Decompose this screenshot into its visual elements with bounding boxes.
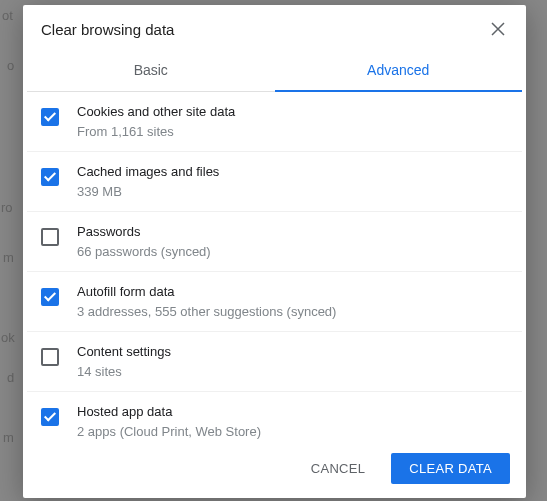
item-content: Autofill form data3 addresses, 555 other… <box>77 282 508 321</box>
item-subtitle: 3 addresses, 555 other suggestions (sync… <box>77 302 508 322</box>
bg-text: o <box>7 58 14 73</box>
item-subtitle: From 1,161 sites <box>77 122 508 142</box>
item-title: Hosted app data <box>77 402 508 422</box>
tab-basic[interactable]: Basic <box>27 49 275 91</box>
data-item: Hosted app data2 apps (Cloud Print, Web … <box>27 392 522 439</box>
cancel-button[interactable]: CANCEL <box>293 453 384 484</box>
item-title: Passwords <box>77 222 508 242</box>
item-subtitle: 2 apps (Cloud Print, Web Store) <box>77 422 508 440</box>
clear-data-button[interactable]: CLEAR DATA <box>391 453 510 484</box>
tabs: Basic Advanced <box>27 49 522 92</box>
item-subtitle: 14 sites <box>77 362 508 382</box>
item-title: Autofill form data <box>77 282 508 302</box>
item-content: Passwords66 passwords (synced) <box>77 222 508 261</box>
dialog-title: Clear browsing data <box>41 21 174 38</box>
checkbox[interactable] <box>41 408 59 426</box>
checkbox[interactable] <box>41 288 59 306</box>
bg-text: m <box>3 250 14 265</box>
item-title: Cached images and files <box>77 162 508 182</box>
checkbox[interactable] <box>41 108 59 126</box>
item-subtitle: 339 MB <box>77 182 508 202</box>
bg-text: ot <box>2 8 13 23</box>
bg-text: d <box>7 370 14 385</box>
data-item: Passwords66 passwords (synced) <box>27 212 522 272</box>
close-button[interactable] <box>488 19 508 39</box>
item-title: Content settings <box>77 342 508 362</box>
data-item: Content settings14 sites <box>27 332 522 392</box>
item-subtitle: 66 passwords (synced) <box>77 242 508 262</box>
bg-text: ro <box>1 200 13 215</box>
checkbox[interactable] <box>41 228 59 246</box>
data-item: Cookies and other site dataFrom 1,161 si… <box>27 92 522 152</box>
data-item: Autofill form data3 addresses, 555 other… <box>27 272 522 332</box>
bg-text: m <box>3 430 14 445</box>
data-item: Cached images and files339 MB <box>27 152 522 212</box>
dialog-header: Clear browsing data <box>23 5 526 49</box>
dialog-footer: CANCEL CLEAR DATA <box>23 439 526 498</box>
tab-advanced[interactable]: Advanced <box>275 49 523 91</box>
item-content: Cookies and other site dataFrom 1,161 si… <box>77 102 508 141</box>
data-list: Cookies and other site dataFrom 1,161 si… <box>23 92 526 439</box>
close-icon <box>491 22 505 36</box>
bg-text: ok <box>1 330 15 345</box>
item-content: Hosted app data2 apps (Cloud Print, Web … <box>77 402 508 439</box>
checkbox[interactable] <box>41 348 59 366</box>
item-title: Cookies and other site data <box>77 102 508 122</box>
clear-browsing-data-dialog: Clear browsing data Basic Advanced Cooki… <box>23 5 526 498</box>
item-content: Cached images and files339 MB <box>77 162 508 201</box>
item-content: Content settings14 sites <box>77 342 508 381</box>
checkbox[interactable] <box>41 168 59 186</box>
